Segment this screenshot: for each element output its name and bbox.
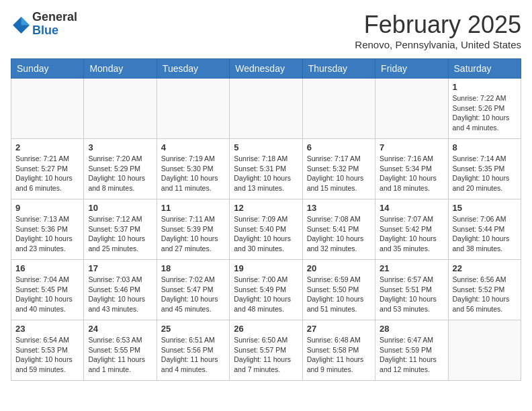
logo-icon [11,15,30,34]
calendar-day-cell: 14Sunrise: 7:07 AM Sunset: 5:42 PM Dayli… [375,199,448,260]
calendar-day-cell: 20Sunrise: 6:59 AM Sunset: 5:50 PM Dayli… [302,260,375,320]
day-number: 4 [161,142,225,152]
day-number: 14 [380,203,443,213]
day-number: 3 [88,142,152,152]
calendar-day-cell: 1Sunrise: 7:22 AM Sunset: 5:26 PM Daylig… [448,79,521,139]
day-number: 6 [307,142,371,152]
calendar-day-cell [302,79,375,139]
day-info: Sunrise: 7:09 AM Sunset: 5:40 PM Dayligh… [234,214,298,254]
page-header: General Blue February 2025 Renovo, Penns… [11,11,521,50]
calendar-day-cell: 9Sunrise: 7:13 AM Sunset: 5:36 PM Daylig… [11,199,84,260]
calendar-day-cell: 13Sunrise: 7:08 AM Sunset: 5:41 PM Dayli… [302,199,375,260]
calendar-day-cell [84,79,157,139]
calendar-day-cell: 10Sunrise: 7:12 AM Sunset: 5:37 PM Dayli… [84,199,157,260]
calendar-week-row: 9Sunrise: 7:13 AM Sunset: 5:36 PM Daylig… [11,199,521,260]
day-of-week-header: Wednesday [230,59,302,79]
day-info: Sunrise: 7:07 AM Sunset: 5:42 PM Dayligh… [380,214,443,254]
calendar-day-cell: 11Sunrise: 7:11 AM Sunset: 5:39 PM Dayli… [157,199,229,260]
calendar-day-cell: 26Sunrise: 6:50 AM Sunset: 5:57 PM Dayli… [230,320,302,381]
title-section: February 2025 Renovo, Pennsylvania, Unit… [355,11,521,50]
day-number: 15 [453,203,517,213]
calendar-day-cell: 24Sunrise: 6:53 AM Sunset: 5:55 PM Dayli… [84,320,157,381]
day-number: 10 [88,203,152,213]
day-info: Sunrise: 7:08 AM Sunset: 5:41 PM Dayligh… [307,214,371,254]
day-number: 19 [234,263,298,273]
day-number: 27 [307,324,371,334]
day-info: Sunrise: 6:54 AM Sunset: 5:53 PM Dayligh… [15,335,79,375]
day-number: 20 [307,263,371,273]
calendar-week-row: 23Sunrise: 6:54 AM Sunset: 5:53 PM Dayli… [11,320,521,381]
calendar-day-cell [448,320,521,381]
calendar-day-cell: 2Sunrise: 7:21 AM Sunset: 5:27 PM Daylig… [11,139,84,199]
calendar-day-cell: 7Sunrise: 7:16 AM Sunset: 5:34 PM Daylig… [375,139,448,199]
day-info: Sunrise: 6:57 AM Sunset: 5:51 PM Dayligh… [380,275,443,314]
day-number: 23 [15,324,79,334]
day-number: 22 [453,263,517,273]
day-number: 12 [234,203,298,213]
month-title: February 2025 [355,11,521,39]
day-info: Sunrise: 6:50 AM Sunset: 5:57 PM Dayligh… [234,335,298,375]
day-info: Sunrise: 7:03 AM Sunset: 5:46 PM Dayligh… [88,275,152,314]
calendar-day-cell [375,79,448,139]
logo-blue-text: Blue [32,24,77,38]
calendar-week-row: 2Sunrise: 7:21 AM Sunset: 5:27 PM Daylig… [11,139,521,199]
calendar-day-cell [157,79,229,139]
day-number: 16 [15,263,79,273]
location-text: Renovo, Pennsylvania, United States [355,39,521,50]
day-info: Sunrise: 7:21 AM Sunset: 5:27 PM Dayligh… [15,154,79,193]
day-info: Sunrise: 7:19 AM Sunset: 5:30 PM Dayligh… [161,154,225,193]
calendar-day-cell: 22Sunrise: 6:56 AM Sunset: 5:52 PM Dayli… [448,260,521,320]
day-info: Sunrise: 7:02 AM Sunset: 5:47 PM Dayligh… [161,275,225,314]
day-info: Sunrise: 7:18 AM Sunset: 5:31 PM Dayligh… [234,154,298,193]
day-info: Sunrise: 6:48 AM Sunset: 5:58 PM Dayligh… [307,335,371,375]
calendar-day-cell [230,79,302,139]
day-number: 5 [234,142,298,152]
calendar-day-cell: 4Sunrise: 7:19 AM Sunset: 5:30 PM Daylig… [157,139,229,199]
calendar-day-cell: 15Sunrise: 7:06 AM Sunset: 5:44 PM Dayli… [448,199,521,260]
calendar-day-cell: 28Sunrise: 6:47 AM Sunset: 5:59 PM Dayli… [375,320,448,381]
day-info: Sunrise: 7:12 AM Sunset: 5:37 PM Dayligh… [88,214,152,254]
day-number: 11 [161,203,225,213]
day-of-week-header: Sunday [11,59,84,79]
calendar-day-cell: 12Sunrise: 7:09 AM Sunset: 5:40 PM Dayli… [230,199,302,260]
day-number: 13 [307,203,371,213]
day-info: Sunrise: 7:04 AM Sunset: 5:45 PM Dayligh… [15,275,79,314]
calendar-day-cell: 21Sunrise: 6:57 AM Sunset: 5:51 PM Dayli… [375,260,448,320]
day-number: 21 [380,263,443,273]
calendar-table: SundayMondayTuesdayWednesdayThursdayFrid… [11,58,521,381]
day-of-week-header: Monday [84,59,157,79]
calendar-week-row: 1Sunrise: 7:22 AM Sunset: 5:26 PM Daylig… [11,79,521,139]
calendar-week-row: 16Sunrise: 7:04 AM Sunset: 5:45 PM Dayli… [11,260,521,320]
day-info: Sunrise: 7:17 AM Sunset: 5:32 PM Dayligh… [307,154,371,193]
day-number: 25 [161,324,225,334]
day-number: 17 [88,263,152,273]
day-number: 7 [380,142,443,152]
day-info: Sunrise: 7:11 AM Sunset: 5:39 PM Dayligh… [161,214,225,254]
day-info: Sunrise: 7:14 AM Sunset: 5:35 PM Dayligh… [453,154,517,193]
day-number: 28 [380,324,443,334]
day-of-week-header: Saturday [448,59,521,79]
calendar-day-cell: 27Sunrise: 6:48 AM Sunset: 5:58 PM Dayli… [302,320,375,381]
day-of-week-header: Friday [375,59,448,79]
day-of-week-header: Tuesday [157,59,229,79]
day-info: Sunrise: 7:06 AM Sunset: 5:44 PM Dayligh… [453,214,517,254]
day-number: 24 [88,324,152,334]
calendar-day-cell [11,79,84,139]
calendar-day-cell: 19Sunrise: 7:00 AM Sunset: 5:49 PM Dayli… [230,260,302,320]
day-of-week-header: Thursday [302,59,375,79]
calendar-day-cell: 25Sunrise: 6:51 AM Sunset: 5:56 PM Dayli… [157,320,229,381]
day-info: Sunrise: 6:53 AM Sunset: 5:55 PM Dayligh… [88,335,152,375]
svg-marker-1 [21,17,30,25]
day-info: Sunrise: 6:47 AM Sunset: 5:59 PM Dayligh… [380,335,443,375]
day-info: Sunrise: 7:16 AM Sunset: 5:34 PM Dayligh… [380,154,443,193]
logo-general-text: General [32,11,77,24]
day-number: 18 [161,263,225,273]
day-info: Sunrise: 6:51 AM Sunset: 5:56 PM Dayligh… [161,335,225,375]
day-number: 9 [15,203,79,213]
calendar-header-row: SundayMondayTuesdayWednesdayThursdayFrid… [11,59,521,79]
calendar-day-cell: 3Sunrise: 7:20 AM Sunset: 5:29 PM Daylig… [84,139,157,199]
calendar-day-cell: 5Sunrise: 7:18 AM Sunset: 5:31 PM Daylig… [230,139,302,199]
day-number: 2 [15,142,79,152]
calendar-day-cell: 18Sunrise: 7:02 AM Sunset: 5:47 PM Dayli… [157,260,229,320]
calendar-day-cell: 23Sunrise: 6:54 AM Sunset: 5:53 PM Dayli… [11,320,84,381]
